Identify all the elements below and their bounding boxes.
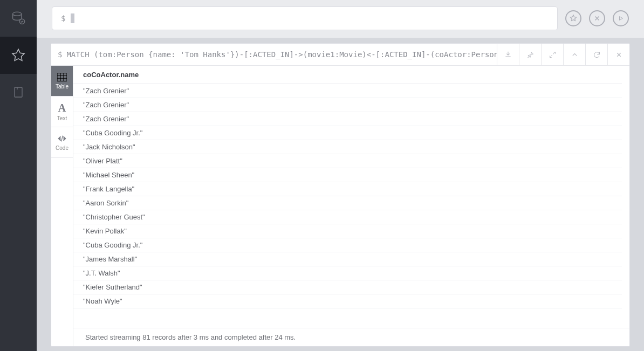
result-toolbar: [497, 44, 629, 65]
view-tab-text[interactable]: A Text: [51, 97, 73, 127]
pin-icon: [526, 51, 535, 59]
table-icon: [57, 73, 67, 81]
table-cell: "Zach Grenier": [73, 84, 622, 98]
table-row[interactable]: "Cuba Gooding Jr.": [73, 238, 622, 252]
chevron-up-icon: [571, 51, 579, 59]
rerun-button[interactable]: [585, 44, 607, 65]
svg-point-0: [13, 12, 22, 16]
view-tab-code[interactable]: Code: [51, 127, 73, 158]
workspace: $ MATCH (tom:Person {name: 'Tom Hanks'})…: [37, 38, 644, 351]
editor-actions: [562, 10, 629, 26]
docs-icon: [12, 85, 25, 100]
table-row[interactable]: "Noah Wyle": [73, 294, 622, 308]
table-row[interactable]: "Jack Nicholson": [73, 140, 622, 154]
expand-icon: [549, 51, 557, 59]
refresh-icon: [593, 51, 601, 59]
result-content: coCoActor.name "Zach Grenier""Zach Greni…: [73, 66, 629, 346]
table-cell: "J.T. Walsh": [73, 266, 622, 280]
view-tab-code-label: Code: [56, 145, 68, 151]
result-card: $ MATCH (tom:Person {name: 'Tom Hanks'})…: [51, 43, 630, 347]
text-a-icon: A: [58, 102, 66, 113]
column-header: coCoActor.name: [73, 66, 622, 84]
download-icon: [504, 50, 512, 59]
export-button[interactable]: [497, 44, 519, 65]
table-row[interactable]: "Kevin Pollak": [73, 224, 622, 238]
result-table: coCoActor.name "Zach Grenier""Zach Greni…: [73, 66, 622, 308]
table-cell: "Noah Wyle": [73, 294, 622, 308]
play-icon: [618, 15, 624, 22]
result-header: $ MATCH (tom:Person {name: 'Tom Hanks'})…: [51, 44, 629, 66]
close-icon: [615, 51, 622, 58]
code-icon: [57, 134, 67, 143]
table-row[interactable]: "Michael Sheen": [73, 168, 622, 182]
table-cell: "Cuba Gooding Jr.": [73, 238, 622, 252]
star-icon: [569, 14, 578, 23]
svg-rect-2: [15, 87, 22, 97]
table-cell: "Zach Grenier": [73, 112, 622, 126]
editor-caret: [71, 13, 74, 23]
table-row[interactable]: "Zach Grenier": [73, 98, 622, 112]
view-tab-table-label: Table: [56, 84, 68, 90]
table-row[interactable]: "J.T. Walsh": [73, 266, 622, 280]
view-tab-text-label: Text: [57, 115, 67, 121]
view-tab-table[interactable]: Table: [51, 66, 73, 97]
table-cell: "Aaron Sorkin": [73, 196, 622, 210]
result-body: Table A Text Code coCoActor.name: [51, 66, 629, 346]
result-prompt: $: [58, 50, 62, 59]
sidebar-item-documents[interactable]: [0, 74, 37, 111]
pin-button[interactable]: [519, 44, 541, 65]
sidebar-item-favorites[interactable]: [0, 37, 37, 74]
close-result-button[interactable]: [607, 44, 629, 65]
table-row[interactable]: "Christopher Guest": [73, 210, 622, 224]
result-table-scroll[interactable]: coCoActor.name "Zach Grenier""Zach Greni…: [73, 66, 629, 328]
table-row[interactable]: "Aaron Sorkin": [73, 196, 622, 210]
clear-button[interactable]: [589, 10, 605, 26]
svg-rect-3: [57, 73, 67, 81]
table-row[interactable]: "Zach Grenier": [73, 84, 622, 98]
collapse-button[interactable]: [563, 44, 585, 65]
result-view-tabs: Table A Text Code: [51, 66, 73, 346]
left-sidebar: [0, 0, 37, 351]
table-cell: "Zach Grenier": [73, 98, 622, 112]
table-row[interactable]: "Frank Langella": [73, 182, 622, 196]
favorite-button[interactable]: [565, 10, 581, 26]
table-row[interactable]: "Oliver Platt": [73, 154, 622, 168]
table-row[interactable]: "Kiefer Sutherland": [73, 280, 622, 294]
table-cell: "Oliver Platt": [73, 154, 622, 168]
expand-button[interactable]: [541, 44, 563, 65]
table-cell: "James Marshall": [73, 252, 622, 266]
table-cell: "Kevin Pollak": [73, 224, 622, 238]
table-cell: "Kiefer Sutherland": [73, 280, 622, 294]
star-icon: [11, 48, 26, 63]
result-query-display[interactable]: $ MATCH (tom:Person {name: 'Tom Hanks'})…: [51, 44, 497, 65]
run-button[interactable]: [613, 10, 629, 26]
database-icon: [11, 11, 26, 26]
table-row[interactable]: "Zach Grenier": [73, 112, 622, 126]
editor-bar: $: [37, 0, 644, 38]
table-cell: "Frank Langella": [73, 182, 622, 196]
sidebar-item-database[interactable]: [0, 0, 37, 37]
result-status: Started streaming 81 records after 3 ms …: [73, 328, 629, 346]
table-cell: "Cuba Gooding Jr.": [73, 126, 622, 140]
table-cell: "Michael Sheen": [73, 168, 622, 182]
table-row[interactable]: "Cuba Gooding Jr.": [73, 126, 622, 140]
editor-prompt: $: [61, 14, 65, 23]
main-area: $ $: [37, 0, 644, 351]
result-query-text: MATCH (tom:Person {name: 'Tom Hanks'})-[…: [66, 50, 497, 59]
table-row[interactable]: "James Marshall": [73, 252, 622, 266]
table-cell: "Christopher Guest": [73, 210, 622, 224]
table-cell: "Jack Nicholson": [73, 140, 622, 154]
query-editor[interactable]: $: [52, 6, 558, 30]
close-icon: [593, 15, 601, 22]
